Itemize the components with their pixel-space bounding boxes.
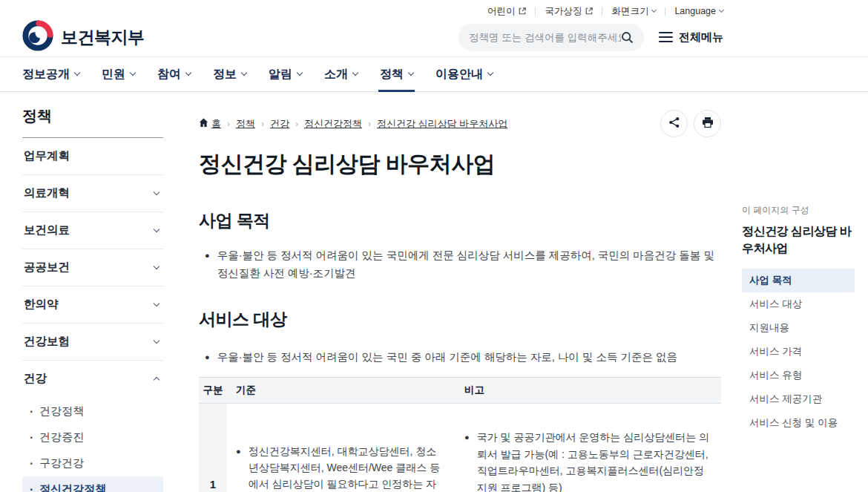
mohw-symbol-icon bbox=[22, 20, 53, 54]
external-link-icon bbox=[519, 7, 526, 15]
section-heading-target: 서비스 대상 bbox=[199, 308, 721, 331]
sidebar-item[interactable]: 건강 bbox=[22, 361, 163, 397]
breadcrumb-label: 정신건강정책 bbox=[304, 117, 362, 131]
nav-item-label: 참여 bbox=[157, 67, 181, 82]
chevron-down-icon bbox=[719, 7, 724, 12]
breadcrumb-link[interactable]: 정신건강 심리상담 바우처사업 bbox=[377, 117, 507, 131]
utility-link[interactable]: 국가상징 bbox=[545, 5, 593, 18]
sidebar-item-label: 의료개혁 bbox=[24, 186, 70, 201]
sidebar-sub-item[interactable]: ·건강정책 bbox=[22, 398, 163, 424]
toc-item[interactable]: 서비스 유형 bbox=[742, 364, 855, 387]
breadcrumb-link[interactable]: 정신건강정책 bbox=[304, 117, 362, 131]
sidebar-item[interactable]: 보건의료 bbox=[22, 212, 163, 249]
chevron-down-icon bbox=[185, 70, 191, 76]
search-box bbox=[458, 24, 644, 51]
left-sidebar: 정책 업무계획의료개혁보건의료공공보건한의약건강보험건강·건강정책·건강증진·구… bbox=[22, 92, 163, 492]
utility-link[interactable]: 화면크기 bbox=[611, 5, 656, 18]
breadcrumb-separator: › bbox=[368, 119, 371, 129]
external-link-icon bbox=[585, 7, 593, 15]
chevron-down-icon bbox=[487, 70, 493, 76]
toc-item[interactable]: 서비스 제공기관 bbox=[742, 387, 855, 411]
sidebar-item[interactable]: 한의약 bbox=[22, 286, 163, 324]
chevron-down-icon bbox=[130, 70, 136, 76]
bullet-dot-icon: ● bbox=[236, 447, 241, 492]
sidebar-items: 업무계획의료개혁보건의료공공보건한의약건강보험건강·건강정책·건강증진·구강건강… bbox=[22, 138, 163, 492]
sidebar-sub-item[interactable]: ·구강건강 bbox=[22, 450, 163, 476]
nav-item[interactable]: 참여 bbox=[157, 57, 191, 91]
chevron-down-icon bbox=[154, 337, 160, 343]
nav-item-label: 정보공개 bbox=[22, 67, 70, 82]
bullet-dot-icon: · bbox=[30, 406, 33, 418]
sidebar-item-label: 보건의료 bbox=[24, 223, 70, 238]
share-button[interactable] bbox=[660, 110, 688, 137]
toc-item[interactable]: 지원내용 bbox=[742, 316, 855, 340]
toc-item[interactable]: 사업 목적 bbox=[742, 269, 855, 292]
logo[interactable]: 보건복지부 bbox=[22, 20, 145, 54]
breadcrumb-link[interactable]: 건강 bbox=[270, 117, 289, 131]
breadcrumb-label: 정책 bbox=[236, 117, 255, 131]
chevron-down-icon bbox=[408, 70, 414, 76]
print-button[interactable] bbox=[694, 110, 721, 137]
bullet-dot-icon: · bbox=[30, 484, 33, 492]
search-input[interactable] bbox=[469, 32, 621, 43]
share-icon bbox=[668, 117, 680, 131]
sidebar-item-label: 한의약 bbox=[24, 297, 59, 312]
utility-link-label: 국가상징 bbox=[545, 5, 582, 18]
toc-item[interactable]: 서비스 대상 bbox=[742, 292, 855, 316]
search-icon[interactable] bbox=[621, 31, 634, 44]
utility-link-label: Language bbox=[674, 6, 716, 16]
nav-item-label: 소개 bbox=[324, 67, 348, 82]
sidebar-submenu: ·건강정책·건강증진·구강건강·정신건강정책 bbox=[22, 397, 163, 492]
utility-link[interactable]: Language bbox=[674, 6, 723, 16]
nav-item[interactable]: 알림 bbox=[269, 57, 302, 91]
section-heading-purpose: 사업 목적 bbox=[199, 209, 721, 232]
toc-item[interactable]: 서비스 가격 bbox=[742, 340, 855, 364]
toc-title: 정신건강 심리상담 바우처사업 bbox=[742, 223, 855, 257]
table-header-note: 비고 bbox=[456, 377, 721, 403]
nav-item[interactable]: 정책 bbox=[380, 57, 413, 91]
nav-item[interactable]: 소개 bbox=[324, 57, 358, 91]
utility-link[interactable]: 어린이 bbox=[487, 5, 527, 18]
breadcrumb-link[interactable]: 홈 bbox=[199, 117, 221, 131]
nav-item[interactable]: 민원 bbox=[102, 57, 135, 91]
nav-item[interactable]: 정보 bbox=[213, 57, 246, 91]
print-icon bbox=[702, 117, 714, 131]
sidebar-item[interactable]: 업무계획 bbox=[22, 138, 163, 175]
chevron-down-icon bbox=[241, 70, 247, 76]
nav-item-label: 정책 bbox=[380, 67, 404, 82]
nav-item-label: 민원 bbox=[102, 67, 125, 82]
sidebar-item[interactable]: 건강보험 bbox=[22, 324, 163, 361]
logo-text: 보건복지부 bbox=[61, 26, 145, 49]
all-menu-button[interactable]: 전체메뉴 bbox=[659, 30, 723, 45]
chevron-down-icon bbox=[154, 263, 160, 269]
sidebar-item[interactable]: 의료개혁 bbox=[22, 175, 163, 212]
breadcrumb-label: 홈 bbox=[211, 117, 221, 131]
nav-item[interactable]: 정보공개 bbox=[22, 57, 79, 91]
main-content: 홈›정책›건강›정신건강정책›정신건강 심리상담 바우처사업 bbox=[199, 92, 721, 492]
sidebar-sub-item[interactable]: ·정신건강정책 bbox=[22, 476, 163, 492]
main-nav-items: 정보공개민원참여정보알림소개정책이용안내 bbox=[0, 57, 868, 91]
table-header-criteria: 기준 bbox=[227, 377, 456, 403]
target-bullet: ● 우울·불안 등 정서적 어려움이 있는 국민 중 아래 기준에 해당하는 자… bbox=[205, 349, 721, 367]
row-number: 1 bbox=[199, 403, 227, 492]
sidebar-sub-item-label: 구강건강 bbox=[39, 456, 84, 470]
bullet-dot-icon: ● bbox=[205, 252, 210, 283]
breadcrumb-link[interactable]: 정책 bbox=[236, 117, 255, 131]
chevron-down-icon bbox=[154, 188, 160, 194]
utility-link-label: 어린이 bbox=[487, 5, 516, 18]
page-title: 정신건강 심리상담 바우처사업 bbox=[199, 149, 721, 180]
nav-item[interactable]: 이용안내 bbox=[435, 57, 493, 91]
note-cell: ● 국가 및 공공기관에서 운영하는 심리상담센터는 의뢰서 발급 가능(예 :… bbox=[456, 403, 721, 492]
hamburger-icon bbox=[659, 32, 673, 43]
bullet-dot-icon: ● bbox=[205, 353, 210, 367]
main-nav: 정보공개민원참여정보알림소개정책이용안내 bbox=[0, 57, 868, 92]
sidebar-item-label: 건강 bbox=[24, 371, 47, 387]
toc-item[interactable]: 서비스 신청 및 이용 bbox=[742, 411, 855, 435]
sidebar-title: 정책 bbox=[22, 106, 163, 138]
nav-item-label: 알림 bbox=[269, 67, 292, 82]
sidebar-item[interactable]: 공공보건 bbox=[22, 249, 163, 286]
utility-link-label: 화면크기 bbox=[611, 5, 648, 18]
chevron-down-icon bbox=[352, 70, 358, 76]
sidebar-sub-item[interactable]: ·건강증진 bbox=[22, 424, 163, 450]
breadcrumb: 홈›정책›건강›정신건강정책›정신건강 심리상담 바우처사업 bbox=[199, 117, 507, 131]
